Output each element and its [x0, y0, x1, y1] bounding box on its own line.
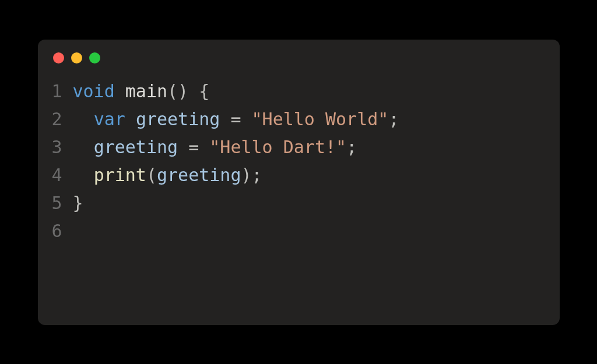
window-titlebar	[38, 40, 560, 68]
minimize-icon[interactable]	[71, 52, 82, 63]
line-number: 1	[38, 77, 73, 105]
semicolon: ;	[346, 137, 357, 157]
paren-close: )	[241, 165, 252, 185]
space	[115, 81, 125, 101]
line-number: 2	[38, 105, 73, 133]
keyword-var: var	[94, 109, 125, 129]
line-content: void main() {	[73, 77, 560, 105]
line-number: 4	[38, 161, 73, 189]
zoom-icon[interactable]	[89, 52, 100, 63]
line-number: 3	[38, 133, 73, 161]
line-number: 6	[38, 217, 73, 245]
identifier-greeting: greeting	[157, 165, 241, 185]
space	[199, 137, 209, 157]
close-icon[interactable]	[53, 52, 64, 63]
identifier-greeting: greeting	[94, 137, 178, 157]
brace-close: }	[73, 193, 83, 213]
semicolon: ;	[252, 165, 262, 185]
indent	[73, 109, 94, 129]
code-line: 1 void main() {	[38, 77, 560, 105]
line-content: var greeting = "Hello World";	[73, 105, 560, 133]
code-line: 5 }	[38, 189, 560, 217]
line-number: 5	[38, 189, 73, 217]
code-editor-window: 1 void main() { 2 var greeting = "Hello …	[38, 40, 560, 325]
line-content: }	[73, 189, 560, 217]
keyword-void: void	[73, 81, 115, 101]
line-content	[73, 217, 560, 245]
code-line: 3 greeting = "Hello Dart!";	[38, 133, 560, 161]
paren-open: (	[146, 165, 157, 185]
string-literal: "Hello World"	[252, 109, 389, 129]
space	[125, 109, 136, 129]
code-line: 6	[38, 217, 560, 245]
brace-open: {	[199, 81, 209, 101]
indent	[73, 137, 94, 157]
function-name: main	[125, 81, 167, 101]
semicolon: ;	[388, 109, 399, 129]
space	[220, 109, 230, 129]
line-content: greeting = "Hello Dart!";	[73, 133, 560, 161]
identifier-greeting: greeting	[136, 109, 220, 129]
code-line: 2 var greeting = "Hello World";	[38, 105, 560, 133]
indent	[73, 165, 94, 185]
string-literal: "Hello Dart!"	[209, 137, 346, 157]
parentheses: ()	[167, 81, 188, 101]
equals: =	[230, 109, 241, 129]
equals: =	[188, 137, 199, 157]
space	[241, 109, 252, 129]
space	[188, 81, 199, 101]
code-line: 4 print(greeting);	[38, 161, 560, 189]
space	[178, 137, 188, 157]
function-call-print: print	[94, 165, 146, 185]
line-content: print(greeting);	[73, 161, 560, 189]
code-area[interactable]: 1 void main() { 2 var greeting = "Hello …	[38, 68, 560, 245]
